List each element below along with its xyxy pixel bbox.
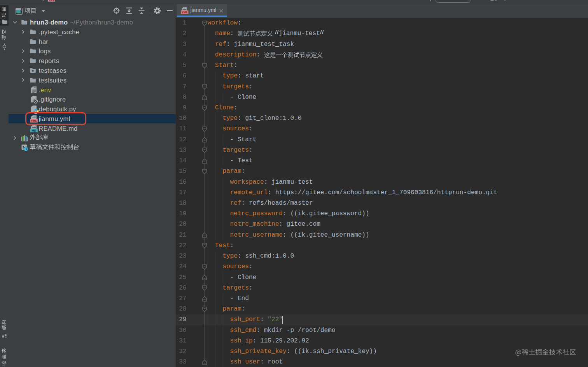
svg-text:MD: MD [32,129,36,132]
svg-text:YML: YML [181,11,188,14]
